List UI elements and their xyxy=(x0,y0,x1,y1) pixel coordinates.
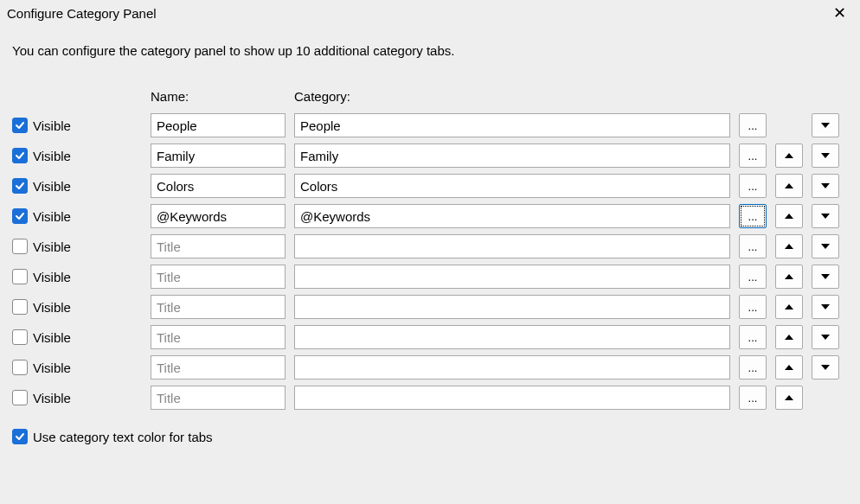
browse-button[interactable]: ... xyxy=(739,234,767,258)
browse-button[interactable]: ... xyxy=(739,144,767,168)
browse-button[interactable]: ... xyxy=(739,355,767,380)
chevron-up-icon xyxy=(785,183,793,188)
header-category: Category: xyxy=(294,89,730,104)
chevron-up-icon xyxy=(785,244,793,249)
move-up-button[interactable] xyxy=(775,174,803,198)
move-up-button[interactable] xyxy=(775,144,803,168)
visible-label: Visible xyxy=(33,149,71,163)
chevron-up-icon xyxy=(785,335,793,340)
chevron-down-icon xyxy=(821,123,830,128)
move-up-button[interactable] xyxy=(775,265,803,289)
name-input[interactable] xyxy=(151,113,286,137)
name-input[interactable] xyxy=(151,355,286,380)
browse-button[interactable]: ... xyxy=(739,265,767,289)
name-input[interactable] xyxy=(151,265,286,289)
move-up-button[interactable] xyxy=(775,204,803,228)
visible-checkbox[interactable] xyxy=(12,239,28,254)
move-down-button[interactable] xyxy=(812,355,839,380)
move-up-button[interactable] xyxy=(775,325,803,349)
chevron-up-icon xyxy=(785,153,793,158)
browse-button[interactable]: ... xyxy=(739,325,767,349)
chevron-down-icon xyxy=(821,153,830,158)
name-input[interactable] xyxy=(151,204,286,228)
category-input[interactable] xyxy=(294,144,730,168)
visible-label: Visible xyxy=(33,330,71,345)
name-input[interactable] xyxy=(151,386,286,410)
visible-checkbox[interactable] xyxy=(12,118,28,133)
move-down-button[interactable] xyxy=(812,265,839,289)
visible-checkbox[interactable] xyxy=(12,390,28,405)
name-input[interactable] xyxy=(151,234,286,258)
visible-label: Visible xyxy=(33,179,71,194)
category-input[interactable] xyxy=(294,295,730,319)
move-up-button[interactable] xyxy=(775,295,803,319)
move-down-button[interactable] xyxy=(812,174,839,198)
close-icon[interactable]: ✕ xyxy=(829,5,850,21)
visible-checkbox[interactable] xyxy=(12,269,28,284)
footer-use-color: Use category text color for tabs xyxy=(12,429,848,444)
name-input[interactable] xyxy=(151,325,286,349)
category-input[interactable] xyxy=(294,355,730,380)
category-input[interactable] xyxy=(294,234,730,258)
visible-checkbox[interactable] xyxy=(12,148,28,163)
browse-button[interactable]: ... xyxy=(739,204,767,228)
browse-button[interactable]: ... xyxy=(739,174,767,198)
visible-cell: Visible xyxy=(12,360,142,375)
category-input[interactable] xyxy=(294,386,730,410)
chevron-up-icon xyxy=(785,304,793,309)
use-color-label: Use category text color for tabs xyxy=(33,430,213,444)
titlebar: Configure Category Panel ✕ xyxy=(0,0,860,26)
chevron-up-icon xyxy=(785,274,793,279)
move-down-button[interactable] xyxy=(812,204,839,228)
move-up-button[interactable] xyxy=(775,386,803,410)
visible-label: Visible xyxy=(33,300,71,315)
visible-label: Visible xyxy=(33,391,71,405)
visible-label: Visible xyxy=(33,270,71,284)
chevron-down-icon xyxy=(821,244,830,249)
content-area: You can configure the category panel to … xyxy=(0,26,860,456)
chevron-down-icon xyxy=(821,214,830,219)
move-down-button[interactable] xyxy=(812,325,839,349)
move-down-button[interactable] xyxy=(812,295,839,319)
use-color-checkbox[interactable] xyxy=(12,429,28,444)
visible-checkbox[interactable] xyxy=(12,299,28,315)
visible-cell: Visible xyxy=(12,178,142,194)
visible-checkbox[interactable] xyxy=(12,208,28,224)
category-input[interactable] xyxy=(294,325,730,349)
category-input[interactable] xyxy=(294,204,730,228)
move-up-button[interactable] xyxy=(775,355,803,380)
visible-checkbox[interactable] xyxy=(12,360,28,375)
move-down-button[interactable] xyxy=(812,144,839,168)
visible-cell: Visible xyxy=(12,118,142,133)
browse-button[interactable]: ... xyxy=(739,386,767,410)
visible-checkbox[interactable] xyxy=(12,178,28,194)
chevron-down-icon xyxy=(821,304,830,309)
chevron-down-icon xyxy=(821,274,830,279)
visible-cell: Visible xyxy=(12,269,142,284)
chevron-up-icon xyxy=(785,365,793,370)
move-down-button[interactable] xyxy=(812,113,839,137)
chevron-down-icon xyxy=(821,365,830,370)
name-input[interactable] xyxy=(151,295,286,319)
move-down-button[interactable] xyxy=(812,234,839,258)
name-input[interactable] xyxy=(151,144,286,168)
name-input[interactable] xyxy=(151,174,286,198)
category-input[interactable] xyxy=(294,113,730,137)
browse-button[interactable]: ... xyxy=(739,113,767,137)
description-text: You can configure the category panel to … xyxy=(12,43,848,58)
window-title: Configure Category Panel xyxy=(7,6,157,21)
visible-label: Visible xyxy=(33,118,71,133)
category-input[interactable] xyxy=(294,174,730,198)
visible-cell: Visible xyxy=(12,148,142,163)
header-name: Name: xyxy=(151,89,286,104)
visible-label: Visible xyxy=(33,360,71,375)
visible-checkbox[interactable] xyxy=(12,329,28,345)
visible-cell: Visible xyxy=(12,329,142,345)
move-up-button[interactable] xyxy=(775,234,803,258)
browse-button[interactable]: ... xyxy=(739,295,767,319)
category-input[interactable] xyxy=(294,265,730,289)
visible-cell: Visible xyxy=(12,299,142,315)
visible-label: Visible xyxy=(33,239,71,254)
visible-cell: Visible xyxy=(12,208,142,224)
visible-cell: Visible xyxy=(12,239,142,254)
